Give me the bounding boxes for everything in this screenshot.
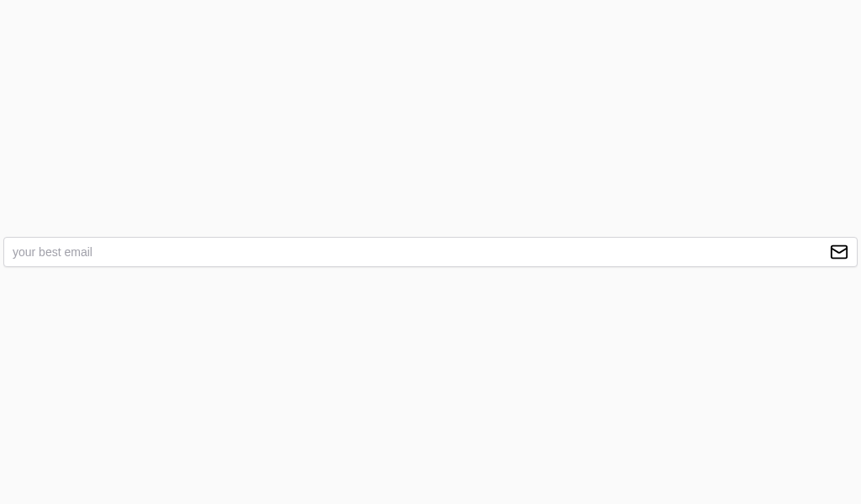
mail-icon: [827, 243, 857, 261]
svg-rect-0: [832, 246, 847, 259]
email-input-wrapper: [3, 237, 858, 267]
email-signup-container: [0, 237, 861, 267]
email-input[interactable]: [4, 238, 827, 266]
